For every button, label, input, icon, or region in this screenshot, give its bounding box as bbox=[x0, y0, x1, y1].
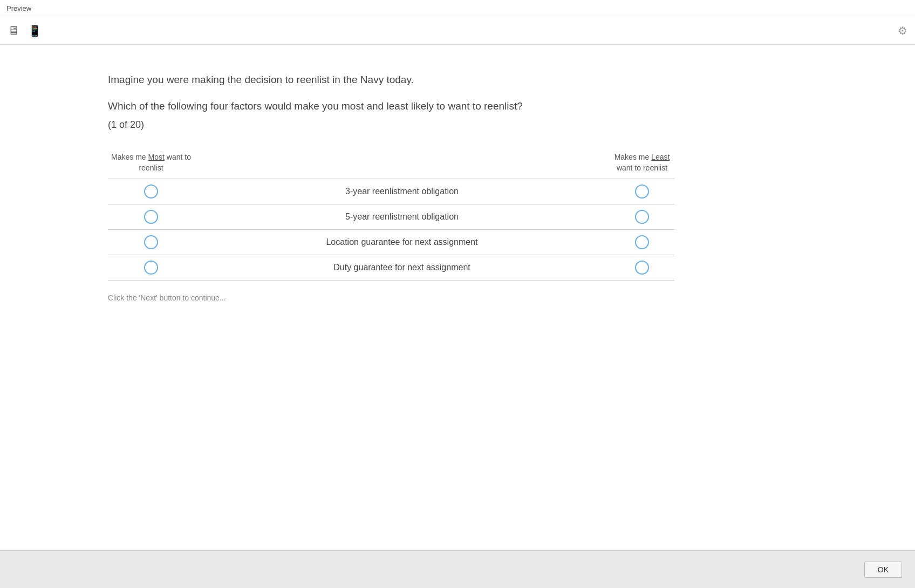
radio-most-2[interactable] bbox=[144, 210, 158, 224]
row-label-2: 5-year reenlistment obligation bbox=[194, 212, 610, 222]
monitor-icon[interactable]: 🖥 bbox=[8, 24, 19, 38]
header-left: Makes me Most want to reenlist bbox=[108, 152, 194, 176]
matrix-header: Makes me Most want to reenlist Makes me … bbox=[108, 152, 674, 176]
radio-left-2 bbox=[108, 210, 194, 224]
radio-least-3[interactable] bbox=[635, 235, 649, 249]
row-label-1: 3-year reenlistment obligation bbox=[194, 187, 610, 196]
table-row: Duty guarantee for next assignment bbox=[108, 255, 674, 281]
radio-most-1[interactable] bbox=[144, 184, 158, 199]
table-row: 5-year reenlistment obligation bbox=[108, 204, 674, 229]
gear-icon[interactable]: ⚙ bbox=[898, 24, 907, 37]
radio-least-2[interactable] bbox=[635, 210, 649, 224]
ok-button[interactable]: OK bbox=[864, 562, 902, 578]
radio-right-1 bbox=[610, 184, 674, 199]
toolbar: 🖥 📱 ⚙ bbox=[0, 17, 915, 45]
header-left-text: Makes me Most want to reenlist bbox=[111, 153, 191, 172]
radio-right-4 bbox=[610, 261, 674, 275]
question-line1: Imagine you were making the decision to … bbox=[108, 72, 807, 88]
toolbar-left: 🖥 📱 bbox=[8, 24, 42, 38]
radio-most-4[interactable] bbox=[144, 261, 158, 275]
radio-right-2 bbox=[610, 210, 674, 224]
radio-most-3[interactable] bbox=[144, 235, 158, 249]
row-label-3: Location guarantee for next assignment bbox=[194, 237, 610, 247]
bottom-bar: OK bbox=[0, 550, 915, 588]
header-right: Makes me Least want to reenlist bbox=[610, 152, 674, 176]
radio-right-3 bbox=[610, 235, 674, 249]
hint-text: Click the 'Next' button to continue... bbox=[108, 293, 807, 302]
radio-left-1 bbox=[108, 184, 194, 199]
mobile-icon[interactable]: 📱 bbox=[28, 24, 42, 37]
table-row: Location guarantee for next assignment bbox=[108, 229, 674, 255]
top-bar: Preview bbox=[0, 0, 915, 17]
radio-left-4 bbox=[108, 261, 194, 275]
question-line2: Which of the following four factors woul… bbox=[108, 99, 807, 114]
main-content: Imagine you were making the decision to … bbox=[0, 45, 915, 550]
radio-left-3 bbox=[108, 235, 194, 249]
table-row: 3-year reenlistment obligation bbox=[108, 179, 674, 204]
row-label-4: Duty guarantee for next assignment bbox=[194, 263, 610, 272]
question-count: (1 of 20) bbox=[108, 119, 807, 131]
matrix-container: Makes me Most want to reenlist Makes me … bbox=[108, 152, 674, 281]
radio-least-1[interactable] bbox=[635, 184, 649, 199]
radio-least-4[interactable] bbox=[635, 261, 649, 275]
header-right-text: Makes me Least want to reenlist bbox=[614, 153, 670, 172]
preview-title: Preview bbox=[6, 4, 31, 12]
